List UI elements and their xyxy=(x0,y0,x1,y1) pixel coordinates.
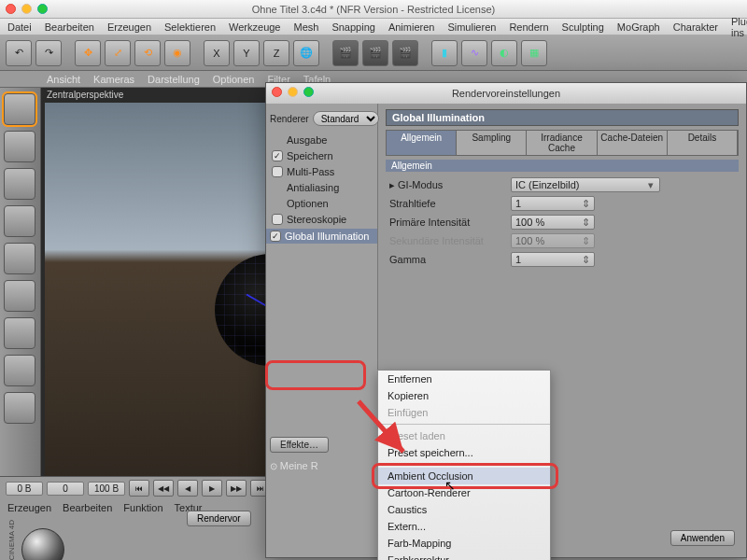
gi-tab-details[interactable]: Details xyxy=(668,131,738,155)
maxon-logo: MAXON CINEMA 4D xyxy=(7,520,16,560)
magnet-icon[interactable] xyxy=(4,355,35,386)
axis-z-icon[interactable]: Z xyxy=(263,40,289,66)
object-mode-icon[interactable] xyxy=(4,131,35,162)
gi-tabs[interactable]: Allgemein Sampling Irradiance Cache Cach… xyxy=(386,130,739,156)
submenu-item[interactable]: Optionen xyxy=(213,74,255,85)
frame-start[interactable]: 0 B xyxy=(6,482,43,496)
ctx-caustics[interactable]: Caustics xyxy=(378,501,550,518)
texture-mode-icon[interactable] xyxy=(4,168,35,200)
ctx-farbkorrektur[interactable]: Farbkorrektur xyxy=(378,552,550,560)
render-settings-button[interactable]: Rendervor xyxy=(187,511,251,526)
menu-item[interactable]: Charakter xyxy=(673,21,718,33)
material-preview[interactable] xyxy=(21,528,64,560)
apply-button[interactable]: Anwenden xyxy=(670,530,735,546)
menu-item[interactable]: Animieren xyxy=(388,21,435,33)
menu-item[interactable]: Snapping xyxy=(331,21,375,33)
menu-item[interactable]: Werkzeuge xyxy=(229,21,280,33)
ctx-cartoon-renderer[interactable]: Cartoon-Renderer xyxy=(378,484,550,501)
spline-icon[interactable]: ∿ xyxy=(461,40,487,66)
prim-input[interactable]: 100 %⇕ xyxy=(511,215,595,230)
render-cat-antialiasing[interactable]: Antialiasing xyxy=(270,181,374,194)
submenu-item[interactable]: Ansicht xyxy=(47,74,80,85)
lastused-icon[interactable]: ◉ xyxy=(164,40,190,66)
axis-mode-icon[interactable] xyxy=(4,317,35,349)
scale-icon[interactable]: ⤢ xyxy=(105,40,131,66)
axis-x-icon[interactable]: X xyxy=(204,40,230,66)
rewind-icon[interactable]: ◀◀ xyxy=(153,480,174,497)
render-cat-multipass[interactable]: Multi-Pass xyxy=(270,165,374,178)
traffic-lights[interactable] xyxy=(6,4,48,14)
gi-tab-allgemein[interactable]: Allgemein xyxy=(387,131,457,155)
render-window-titlebar[interactable]: Rendervoreinstellungen xyxy=(266,83,746,104)
render-icon[interactable]: 🎬 xyxy=(332,40,359,66)
minimize-icon[interactable] xyxy=(21,4,32,14)
menu-item[interactable]: Bearbeiten xyxy=(45,21,94,33)
my-presets[interactable]: ⊙ Meine R xyxy=(270,460,318,471)
rotate-icon[interactable]: ⟲ xyxy=(134,40,161,66)
menu-item[interactable]: Plug-ins xyxy=(731,16,747,38)
minimize-icon[interactable] xyxy=(288,87,298,97)
undo-icon[interactable]: ↶ xyxy=(6,40,32,66)
edge-mode-icon[interactable] xyxy=(4,243,35,274)
ctx-ambient-occlusion[interactable]: Ambient Occlusion xyxy=(378,468,550,484)
axis-y-icon[interactable]: Y xyxy=(233,40,260,66)
gi-mode-label: ▸ GI-Modus xyxy=(389,179,511,191)
nurbs-icon[interactable]: ◐ xyxy=(491,40,517,66)
frame-end[interactable]: 100 B xyxy=(88,482,125,496)
model-mode-icon[interactable] xyxy=(4,93,35,125)
sec-input: 100 %⇕ xyxy=(511,233,595,248)
menu-item[interactable]: Sculpting xyxy=(562,21,604,33)
zoom-icon[interactable] xyxy=(303,87,314,97)
prim-label: Primäre Intensität xyxy=(389,217,511,228)
gi-tab-cache[interactable]: Cache-Dateien xyxy=(598,131,668,155)
depth-label: Strahltiefe xyxy=(389,198,511,209)
menu-item[interactable]: Selektieren xyxy=(164,21,216,33)
redo-icon[interactable]: ↷ xyxy=(35,40,62,66)
move-icon[interactable]: ✥ xyxy=(75,40,101,66)
menu-item[interactable]: Erzeugen xyxy=(107,21,151,33)
ctx-extern[interactable]: Extern... xyxy=(378,518,550,535)
render-cat-ausgabe[interactable]: Ausgabe xyxy=(270,133,374,147)
poly-mode-icon[interactable] xyxy=(4,280,35,312)
sec-label: Sekundäre Intensität xyxy=(389,235,511,246)
gi-tab-sampling[interactable]: Sampling xyxy=(457,131,527,155)
main-menubar[interactable]: Datei Bearbeiten Erzeugen Selektieren We… xyxy=(0,19,747,35)
menu-item[interactable]: Simulieren xyxy=(447,21,496,33)
depth-input[interactable]: 1⇕ xyxy=(511,196,595,211)
point-mode-icon[interactable] xyxy=(4,205,35,237)
window-title: Ohne Titel 3.c4d * (NFR Version - Restri… xyxy=(252,4,495,15)
menu-item[interactable]: Rendern xyxy=(509,21,548,33)
render-settings-icon[interactable]: 🎬 xyxy=(392,40,418,66)
menu-item[interactable]: Mesh xyxy=(293,21,318,33)
render-cat-speichern[interactable]: Speichern xyxy=(270,149,374,162)
play-icon[interactable]: ▶ xyxy=(202,480,222,497)
close-icon[interactable] xyxy=(272,87,282,97)
render-cat-optionen[interactable]: Optionen xyxy=(270,197,374,210)
zoom-icon[interactable] xyxy=(37,4,48,14)
step-back-icon[interactable]: ◀ xyxy=(177,480,198,497)
frame-current[interactable]: 0 xyxy=(47,482,84,496)
array-icon[interactable]: ▦ xyxy=(521,40,547,66)
to-start-icon[interactable]: ⏮ xyxy=(129,480,149,497)
gi-mode-select[interactable]: IC (Einzelbild)▾ xyxy=(511,177,660,192)
render-left-panel: Renderer Standard Ausgabe Speichern Mult… xyxy=(266,104,378,557)
step-fwd-icon[interactable]: ▶▶ xyxy=(226,480,247,497)
workplane-icon[interactable] xyxy=(4,392,35,424)
submenu-item[interactable]: Darstellung xyxy=(148,74,200,85)
close-icon[interactable] xyxy=(6,4,16,14)
render-cat-gi[interactable]: Global Illumination xyxy=(266,229,377,244)
render-cat-stereo[interactable]: Stereoskopie xyxy=(270,213,374,226)
ctx-entfernen[interactable]: Entfernen xyxy=(378,371,550,387)
submenu-item[interactable]: Kameras xyxy=(93,74,134,85)
menu-item[interactable]: MoGraph xyxy=(617,21,660,33)
gi-tab-irradiance[interactable]: Irradiance Cache xyxy=(527,131,597,155)
gamma-label: Gamma xyxy=(389,254,511,265)
prim-cube-icon[interactable]: ▮ xyxy=(431,40,458,66)
coord-icon[interactable]: 🌐 xyxy=(293,40,319,66)
effects-button[interactable]: Effekte… xyxy=(270,437,329,453)
render-region-icon[interactable]: 🎬 xyxy=(362,40,388,66)
ctx-farb-mapping[interactable]: Farb-Mapping xyxy=(378,535,550,552)
gamma-input[interactable]: 1⇕ xyxy=(511,252,595,267)
renderer-select[interactable]: Standard xyxy=(313,111,379,126)
menu-item[interactable]: Datei xyxy=(7,21,32,33)
